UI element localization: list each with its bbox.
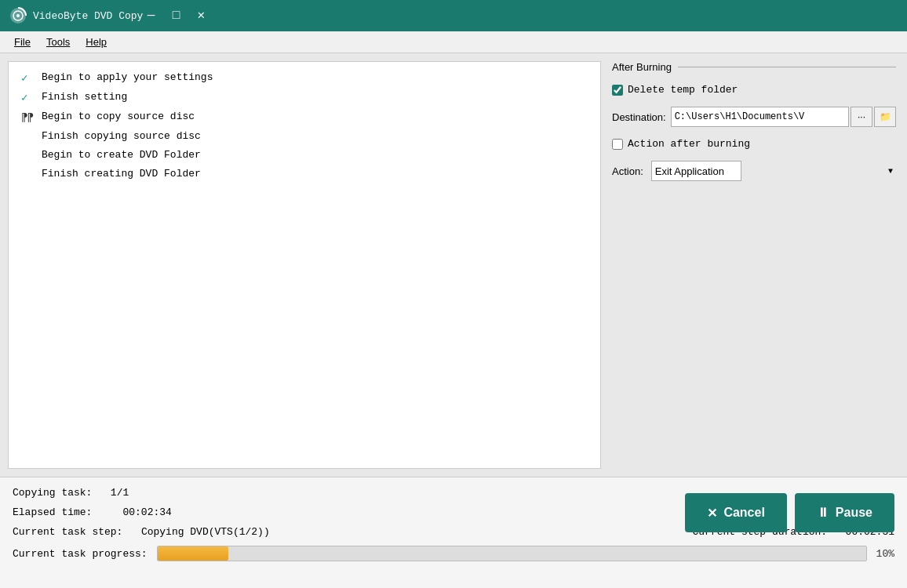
app-title: VideoByte DVD Copy <box>33 10 143 22</box>
elapsed-time-value: 00:02:34 <box>122 506 171 518</box>
log-entry-6: Finish creating DVD Folder <box>21 168 588 180</box>
destination-more-button[interactable]: ··· <box>851 107 872 127</box>
check-icon-1: ✓ <box>21 71 37 85</box>
log-text-4: Finish copying source disc <box>42 130 201 142</box>
dropdown-arrow-icon: ▼ <box>888 167 893 176</box>
current-step-value: Copying DVD(VTS(1/2)) <box>141 526 270 538</box>
close-button[interactable]: ✕ <box>193 9 209 22</box>
elapsed-time-label: Elapsed time: <box>13 506 92 518</box>
after-burning-title: After Burning <box>612 61 678 73</box>
menu-bar: File Tools Help <box>0 31 907 53</box>
log-text-3: Begin to copy source disc <box>42 111 195 122</box>
cancel-button[interactable]: ✕ Cancel <box>685 493 786 532</box>
action-select-wrapper: Exit Application Shut Down Sleep Hiberna… <box>651 161 896 181</box>
maximize-button[interactable]: □ <box>168 9 184 22</box>
progress-bar-container: Current task progress: 10% <box>13 546 894 561</box>
action-select-row: Action: Exit Application Shut Down Sleep… <box>612 161 896 181</box>
action-label: Action: <box>612 165 643 177</box>
destination-folder-button[interactable]: 📁 <box>874 107 896 127</box>
menu-file[interactable]: File <box>6 33 38 51</box>
settings-panel: After Burning Delete temp folder Destina… <box>601 53 907 477</box>
menu-help[interactable]: Help <box>78 33 115 51</box>
cancel-icon: ✕ <box>707 506 717 521</box>
log-entry-5: Begin to create DVD Folder <box>21 149 588 162</box>
progress-icon-3: ⁋⁋ <box>21 111 37 124</box>
app-logo-icon <box>9 7 27 24</box>
window-controls: — □ ✕ <box>143 9 209 22</box>
action-after-burning-label: Action after burning <box>628 138 750 150</box>
status-bar: ✕ Cancel ⏸ Pause Copying task: 1/1 Elaps… <box>0 477 907 588</box>
log-entry-1: ✓ Begin to apply your settings <box>21 71 588 85</box>
destination-input[interactable] <box>671 107 849 127</box>
pause-button[interactable]: ⏸ Pause <box>795 493 894 532</box>
after-burning-header: After Burning <box>612 61 896 73</box>
log-text-1: Begin to apply your settings <box>42 71 213 83</box>
log-text-6: Finish creating DVD Folder <box>42 168 201 180</box>
progress-fill <box>158 546 228 561</box>
destination-row: Destination: ··· 📁 <box>612 107 896 127</box>
folder-icon: 📁 <box>880 111 891 122</box>
title-bar: VideoByte DVD Copy — □ ✕ <box>0 0 907 31</box>
copying-task-label: Copying task: <box>13 487 92 499</box>
pause-icon: ⏸ <box>817 506 829 520</box>
empty-icon-5 <box>21 149 37 162</box>
action-after-burning-checkbox[interactable] <box>612 139 623 150</box>
progress-percent: 10% <box>876 548 894 560</box>
current-step-label: Current task step: <box>13 526 122 538</box>
delete-temp-checkbox[interactable] <box>612 85 623 96</box>
delete-temp-row: Delete temp folder <box>612 84 896 96</box>
progress-label: Current task progress: <box>13 548 148 560</box>
log-text-5: Begin to create DVD Folder <box>42 149 201 161</box>
section-divider <box>678 67 896 67</box>
pause-label: Pause <box>836 506 872 520</box>
main-content: ✓ Begin to apply your settings ✓ Finish … <box>0 53 907 477</box>
copying-task-value: 1/1 <box>111 487 129 499</box>
svg-point-2 <box>16 14 20 17</box>
log-entry-3: ⁋⁋ Begin to copy source disc <box>21 111 588 124</box>
cancel-label: Cancel <box>723 506 764 520</box>
progress-track <box>157 546 867 561</box>
check-icon-2: ✓ <box>21 91 37 104</box>
minimize-button[interactable]: — <box>143 9 158 22</box>
empty-icon-4 <box>21 130 37 143</box>
empty-icon-6 <box>21 168 37 180</box>
action-buttons: ✕ Cancel ⏸ Pause <box>685 493 894 532</box>
log-entry-4: Finish copying source disc <box>21 130 588 143</box>
current-step-left: Current task step: Copying DVD(VTS(1/2)) <box>13 526 270 538</box>
log-entry-2: ✓ Finish setting <box>21 91 588 104</box>
action-dropdown[interactable]: Exit Application Shut Down Sleep Hiberna… <box>651 161 741 181</box>
log-text-2: Finish setting <box>42 91 127 103</box>
delete-temp-label: Delete temp folder <box>628 84 738 96</box>
progress-log: ✓ Begin to apply your settings ✓ Finish … <box>8 61 601 469</box>
action-after-burning-row: Action after burning <box>612 138 896 150</box>
destination-label: Destination: <box>612 111 666 123</box>
menu-tools[interactable]: Tools <box>38 33 78 51</box>
